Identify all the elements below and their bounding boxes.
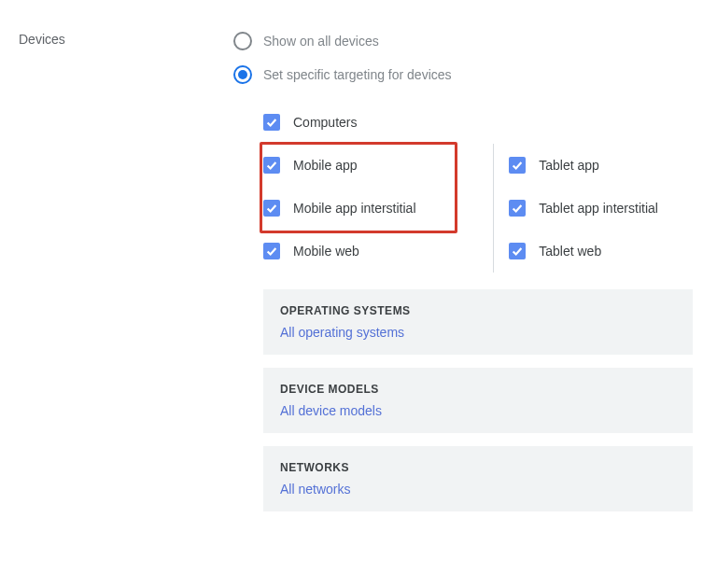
checkbox-mobile-app-interstitial[interactable]: Mobile app interstitial: [263, 187, 493, 230]
checkbox-tablet-app-label: Tablet app: [539, 158, 599, 173]
checkbox-mobile-app[interactable]: Mobile app: [263, 144, 493, 187]
networks-value: All networks: [280, 482, 676, 497]
radio-show-all[interactable]: Show on all devices: [233, 26, 717, 56]
radio-show-all-label: Show on all devices: [263, 34, 379, 49]
checkbox-tablet-app-interstitial-label: Tablet app interstitial: [539, 201, 658, 216]
checkbox-tablet-web[interactable]: Tablet web: [509, 230, 711, 273]
networks-title: NETWORKS: [280, 461, 676, 474]
checkbox-computers-label: Computers: [293, 115, 357, 130]
checkmark-icon: [263, 114, 280, 131]
checkbox-mobile-app-label: Mobile app: [293, 158, 358, 173]
column-divider: [493, 144, 494, 273]
section-title: Devices: [0, 26, 233, 47]
checkbox-tablet-app[interactable]: Tablet app: [509, 144, 711, 187]
operating-systems-title: OPERATING SYSTEMS: [280, 304, 676, 317]
checkbox-mobile-web-label: Mobile web: [293, 244, 359, 259]
radio-specific-targeting[interactable]: Set specific targeting for devices: [233, 60, 717, 90]
checkbox-mobile-app-interstitial-label: Mobile app interstitial: [293, 201, 416, 216]
checkbox-tablet-app-interstitial[interactable]: Tablet app interstitial: [509, 187, 711, 230]
radio-unchecked-icon: [233, 32, 252, 50]
checkbox-mobile-web[interactable]: Mobile web: [263, 230, 493, 273]
checkbox-computers[interactable]: Computers: [263, 101, 711, 144]
radio-checked-icon: [233, 65, 252, 84]
networks-card[interactable]: NETWORKS All networks: [263, 446, 693, 511]
checkmark-icon: [509, 243, 526, 259]
checkmark-icon: [263, 157, 280, 174]
device-models-card[interactable]: DEVICE MODELS All device models: [263, 368, 693, 433]
checkbox-tablet-web-label: Tablet web: [539, 244, 601, 259]
checkmark-icon: [263, 200, 280, 217]
operating-systems-value: All operating systems: [280, 325, 676, 340]
operating-systems-card[interactable]: OPERATING SYSTEMS All operating systems: [263, 289, 693, 355]
radio-specific-label: Set specific targeting for devices: [263, 67, 452, 82]
checkmark-icon: [509, 157, 526, 174]
device-models-title: DEVICE MODELS: [280, 383, 676, 396]
checkmark-icon: [263, 243, 280, 259]
devices-content: Show on all devices Set specific targeti…: [233, 26, 717, 525]
device-models-value: All device models: [280, 403, 676, 418]
checkmark-icon: [509, 200, 526, 217]
